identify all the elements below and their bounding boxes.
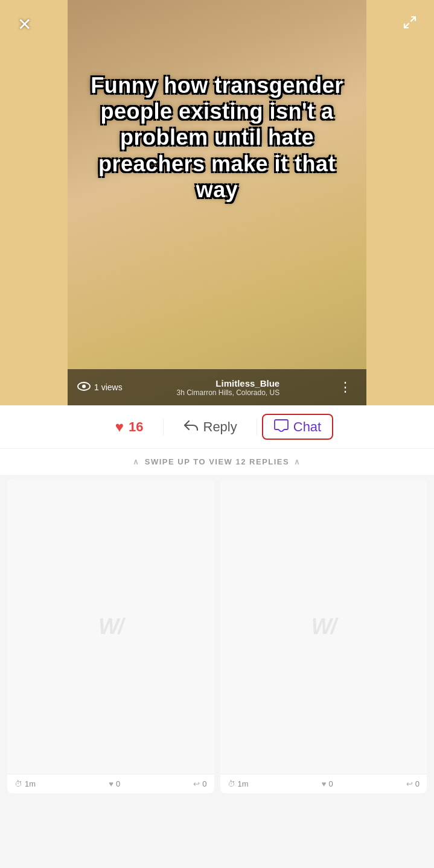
more-icon: ⋮: [339, 379, 352, 394]
user-info: Limitless_Blue 3h Cimarron Hills, Colora…: [176, 378, 279, 397]
chevron-up-left-icon: ∧: [133, 457, 140, 466]
replies-grid: W/ ⏱ 1m ♥ 0 ↩ 0 W/ ⏱ 1m: [0, 475, 434, 798]
like-button[interactable]: ♥ 16: [96, 419, 163, 436]
bottom-spacer: [0, 798, 434, 868]
heart-icon: ♥: [115, 419, 124, 436]
reply-card-footer-1: ⏱ 1m ♥ 0 ↩ 0: [7, 774, 214, 793]
views-count: 1 views: [94, 382, 123, 392]
clock-icon-1: ⏱: [14, 779, 22, 788]
video-bottom-bar: 1 views Limitless_Blue 3h Cimarron Hills…: [68, 369, 366, 405]
reply-card-video-1: W/: [7, 480, 214, 774]
reply-label: Reply: [203, 419, 237, 435]
video-background: [68, 0, 366, 405]
card-replies-1: ↩ 0: [193, 779, 206, 788]
likes-value-2: 0: [328, 779, 333, 788]
video-main-content[interactable]: Funny how transgender people existing is…: [68, 0, 366, 405]
watermark-icon-2: W/: [311, 614, 336, 639]
duration-value-1: 1m: [25, 779, 36, 788]
swipe-up-banner: ∧ SWIPE UP TO VIEW 12 REPLIES ∧: [0, 449, 434, 475]
eye-icon: [77, 382, 91, 393]
more-options-button[interactable]: ⋮: [334, 377, 357, 398]
card-likes-2: ♥ 0: [322, 779, 333, 788]
video-sidebar-left: [0, 0, 68, 405]
username: Limitless_Blue: [176, 378, 279, 388]
views-info: 1 views: [77, 382, 123, 393]
video-player: Funny how transgender people existing is…: [0, 0, 434, 405]
reply-button[interactable]: Reply: [163, 419, 257, 436]
video-overlay-text: Funny how transgender people existing is…: [86, 72, 348, 203]
reply-card-footer-2: ⏱ 1m ♥ 0 ↩ 0: [220, 774, 427, 793]
likes-value-1: 0: [116, 779, 120, 788]
actions-bar: ♥ 16 Reply Chat: [0, 405, 434, 449]
reply-card-video-2: W/: [220, 480, 427, 774]
chat-label: Chat: [293, 419, 321, 435]
reply-card-2[interactable]: W/ ⏱ 1m ♥ 0 ↩ 0: [220, 480, 427, 793]
reply-icon-1: ↩: [193, 779, 200, 788]
card-replies-2: ↩ 0: [406, 779, 420, 788]
swipe-up-text: SWIPE UP TO VIEW 12 REPLIES: [145, 457, 289, 466]
chevron-up-right-icon: ∧: [294, 457, 301, 466]
expand-button[interactable]: [398, 12, 422, 36]
watermark-icon-1: W/: [98, 614, 123, 639]
card-duration-2: ⏱ 1m: [228, 779, 249, 788]
clock-icon-2: ⏱: [228, 779, 235, 788]
expand-icon: [403, 16, 416, 33]
card-duration-1: ⏱ 1m: [14, 779, 36, 788]
chat-button[interactable]: Chat: [262, 414, 333, 440]
duration-value-2: 1m: [238, 779, 249, 788]
card-likes-1: ♥ 0: [109, 779, 120, 788]
reply-icon: [183, 419, 199, 436]
replies-value-1: 0: [202, 779, 206, 788]
replies-value-2: 0: [415, 779, 420, 788]
chat-icon: [274, 419, 289, 435]
heart-icon-2: ♥: [322, 779, 327, 788]
location-time: 3h Cimarron Hills, Colorado, US: [176, 388, 279, 397]
like-count: 16: [129, 419, 143, 435]
svg-point-1: [82, 385, 86, 388]
heart-icon-1: ♥: [109, 779, 113, 788]
reply-card[interactable]: W/ ⏱ 1m ♥ 0 ↩ 0: [7, 480, 214, 793]
close-button[interactable]: ✕: [12, 12, 36, 36]
reply-icon-2: ↩: [406, 779, 413, 788]
close-icon: ✕: [18, 14, 31, 34]
video-sidebar-right: [366, 0, 434, 405]
